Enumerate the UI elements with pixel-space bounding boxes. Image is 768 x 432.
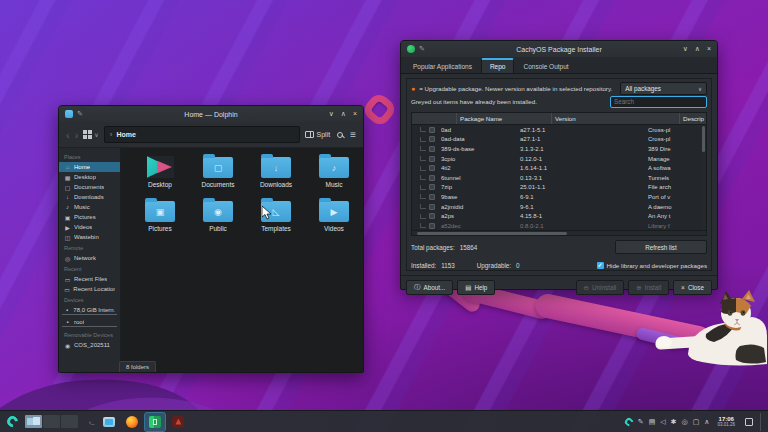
column-header-select[interactable] <box>412 113 456 124</box>
breadcrumb-location[interactable]: Home <box>116 131 135 138</box>
back-icon[interactable]: ‹ <box>66 125 70 145</box>
pin-icon[interactable]: ✎ <box>77 110 83 118</box>
sidebar-item-music[interactable]: ♪Music <box>59 202 120 212</box>
tab-repo[interactable]: Repo <box>481 58 515 73</box>
breadcrumb[interactable]: › Home <box>104 126 300 143</box>
table-header[interactable]: Package Name Version Descrip <box>412 113 706 125</box>
tray-expand-icon[interactable]: ∧ <box>704 411 709 432</box>
forward-icon[interactable]: › <box>75 125 79 145</box>
folder-desktop[interactable]: Desktop <box>131 154 189 198</box>
sidebar-item-desktop[interactable]: ▦Desktop <box>59 172 120 182</box>
menu-icon[interactable]: ≡ <box>350 129 356 140</box>
package-search-input[interactable] <box>610 96 707 108</box>
row-checkbox[interactable] <box>429 213 435 219</box>
table-row[interactable]: 9base6-9.1Port of v <box>412 192 706 202</box>
table-row[interactable]: 0ada27.1-5.1Cross-pl <box>412 125 706 135</box>
horizontal-scrollbar[interactable] <box>412 230 706 235</box>
sidebar-item-cos-202511[interactable]: ◉COS_202511 <box>59 340 120 350</box>
virtual-desktop-pager[interactable] <box>25 415 78 428</box>
column-header-description[interactable]: Descrip <box>679 113 706 124</box>
sidebar-item-recent-files[interactable]: ▭Recent Files <box>59 274 120 284</box>
uninstall-button[interactable]: ⊖ Uninstall <box>576 280 625 295</box>
task-firefox[interactable] <box>122 413 142 431</box>
row-checkbox[interactable] <box>429 136 435 142</box>
tray-volume-icon[interactable]: ◁ <box>660 411 665 432</box>
terminal-icon[interactable]: ›_ <box>89 419 94 425</box>
tray-input-icon[interactable]: ✎ <box>638 411 644 432</box>
row-checkbox[interactable] <box>429 146 435 152</box>
vertical-scrollbar[interactable] <box>702 126 705 230</box>
row-checkbox[interactable] <box>429 204 435 210</box>
maximize-icon[interactable]: ∧ <box>341 106 346 122</box>
peek-desktop-icon[interactable] <box>745 418 753 426</box>
task-system-monitor[interactable] <box>168 413 188 431</box>
hide-library-checkbox[interactable]: ✓ Hide library and developer packages <box>597 262 707 269</box>
table-row[interactable]: 0ad-dataa27.1-1Cross-pl <box>412 135 706 145</box>
install-button[interactable]: ⊕ Install <box>628 280 669 295</box>
search-icon[interactable] <box>337 132 343 138</box>
tab-console-output[interactable]: Console Output <box>515 60 576 73</box>
sidebar-item-wastebin[interactable]: ◫Wastebin <box>59 232 120 242</box>
installer-titlebar[interactable]: ✎ CachyOS Package Installer ∨ ∧ × <box>401 41 717 57</box>
folder-videos[interactable]: ▶Videos <box>305 198 363 242</box>
table-row[interactable]: a2jmidid9-6.1A daemo <box>412 202 706 212</box>
row-checkbox[interactable] <box>429 194 435 200</box>
task-dolphin[interactable] <box>99 413 119 431</box>
table-row[interactable]: 6tunnel0.13-3.1Tunnels <box>412 173 706 183</box>
cachyos-tray-icon[interactable] <box>623 416 634 427</box>
package-table[interactable]: Package Name Version Descrip 0ada27.1-5.… <box>411 112 707 236</box>
pager-desktop-2[interactable] <box>43 415 60 428</box>
sidebar-item-downloads[interactable]: ↓Downloads <box>59 192 120 202</box>
table-row[interactable]: a2ps4.15.8-1An Any t <box>412 211 706 221</box>
dolphin-folder-view[interactable]: Desktop▢Documents↓Downloads♪Music▣Pictur… <box>121 148 363 372</box>
task-package-installer[interactable] <box>145 413 165 431</box>
pager-desktop-3[interactable] <box>61 415 78 428</box>
folder-downloads[interactable]: ↓Downloads <box>247 154 305 198</box>
close-button[interactable]: × Close <box>673 280 712 295</box>
column-header-name[interactable]: Package Name <box>456 113 551 124</box>
clock[interactable]: 17:06 03.01.26 <box>717 416 735 428</box>
minimize-icon[interactable]: ∨ <box>683 41 688 57</box>
view-mode-button[interactable]: ∨ <box>83 130 98 139</box>
folder-templates[interactable]: ◺Templates <box>247 198 305 242</box>
row-checkbox[interactable] <box>429 127 435 133</box>
row-checkbox[interactable] <box>429 175 435 181</box>
package-filter-dropdown[interactable]: All packages ∨ <box>620 82 707 95</box>
table-row[interactable]: 3cpio0.12.0-1Manage <box>412 154 706 164</box>
maximize-icon[interactable]: ∧ <box>695 41 700 57</box>
show-desktop-button[interactable] <box>760 413 764 431</box>
dolphin-titlebar[interactable]: ✎ Home — Dolphin ∨ ∧ × <box>59 106 363 122</box>
row-checkbox[interactable] <box>429 156 435 162</box>
app-launcher-button[interactable] <box>4 414 20 430</box>
help-button[interactable]: ▤ Help <box>457 280 495 295</box>
row-checkbox[interactable] <box>429 165 435 171</box>
close-icon[interactable]: × <box>707 41 711 57</box>
table-row[interactable]: 7zip25.01-1.1File arch <box>412 183 706 193</box>
table-row[interactable]: 4ti21.6.14-1.1A softwa <box>412 163 706 173</box>
close-icon[interactable]: × <box>353 106 357 122</box>
pin-icon[interactable]: ✎ <box>419 45 425 53</box>
sidebar-item-home[interactable]: ⌂Home <box>59 162 120 172</box>
sidebar-item-78-0-gib-intern[interactable]: ▪78,0 GiB Intern… <box>62 305 117 315</box>
tray-brightness-icon[interactable]: ✱ <box>671 411 677 432</box>
table-row[interactable]: 389-ds-base3.1.3-2.1389 Dire <box>412 144 706 154</box>
minimize-icon[interactable]: ∨ <box>329 106 334 122</box>
about-button[interactable]: ⓘ About... <box>406 280 453 295</box>
tab-popular-applications[interactable]: Popular Applications <box>405 60 480 73</box>
split-button[interactable]: Split <box>305 131 331 138</box>
pager-desktop-1[interactable] <box>25 415 42 428</box>
refresh-list-button[interactable]: Refresh list <box>615 240 707 254</box>
folder-music[interactable]: ♪Music <box>305 154 363 198</box>
row-checkbox[interactable] <box>429 184 435 190</box>
row-checkbox[interactable] <box>429 223 435 229</box>
folder-documents[interactable]: ▢Documents <box>189 154 247 198</box>
sidebar-item-pictures[interactable]: ▣Pictures <box>59 212 120 222</box>
folder-pictures[interactable]: ▣Pictures <box>131 198 189 242</box>
column-header-version[interactable]: Version <box>551 113 679 124</box>
folder-public[interactable]: ◉Public <box>189 198 247 242</box>
tray-clipboard-icon[interactable]: ▤ <box>649 411 656 432</box>
sidebar-item-network[interactable]: ◎Network <box>59 253 120 263</box>
sidebar-item-root[interactable]: ▪root <box>62 317 117 327</box>
sidebar-item-recent-locations[interactable]: ▭Recent Locations <box>59 284 120 294</box>
sidebar-item-documents[interactable]: ▢Documents <box>59 182 120 192</box>
